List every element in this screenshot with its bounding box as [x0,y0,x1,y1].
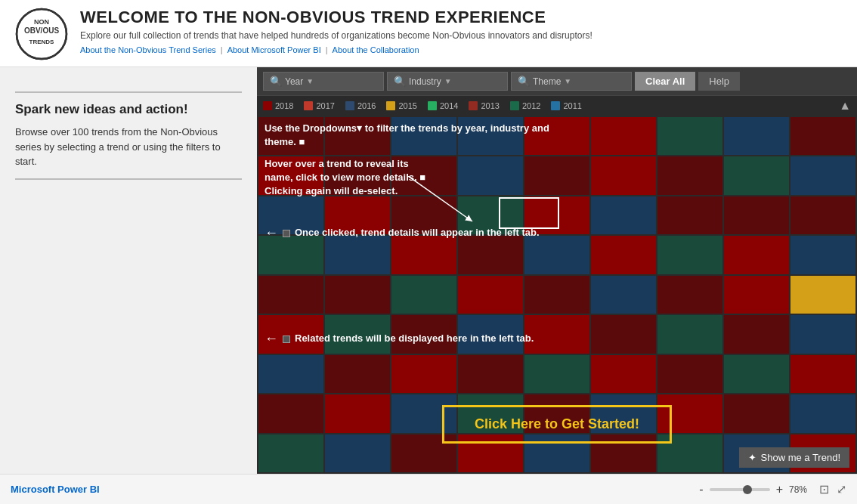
grid-cell-49[interactable] [524,315,589,353]
grid-cell-70[interactable] [724,394,789,432]
year-label-2016: 2016 [357,101,376,110]
grid-cell-72[interactable] [258,434,323,472]
grid-cell-24[interactable] [657,196,722,234]
grid-cell-54[interactable] [258,355,323,393]
grid-cell-73[interactable] [325,434,390,472]
year-dot-2012 [510,101,519,110]
instruction-text-1: Use the Dropdowns▾ to filter the trends … [265,122,582,149]
grid-cell-50[interactable] [591,315,656,353]
grid-cell-26[interactable] [790,196,855,234]
theme-label: Theme [533,76,561,87]
bottom-bar: Microsoft Power BI - + 78% ⊡ ⤢ [0,474,857,504]
grid-cell-31[interactable] [524,236,589,274]
arrow-rect-2 [283,335,290,343]
grid-cell-42[interactable] [657,276,722,314]
grid-cell-5[interactable] [591,117,656,155]
theme-dropdown[interactable]: 🔍 Theme ▼ [511,72,632,91]
year-item-2014: 2014 [428,101,458,110]
fit-to-page-icon[interactable]: ⊡ [819,482,829,496]
theme-arrow-icon: ▼ [564,77,571,85]
zoom-plus-button[interactable]: + [776,483,783,496]
get-started-button[interactable]: Click Here to Get Started! [442,405,672,444]
grid-cell-52[interactable] [724,315,789,353]
grid-cell-34[interactable] [724,236,789,274]
grid-cell-64[interactable] [325,394,390,432]
grid-cell-8[interactable] [790,117,855,155]
svg-text:TRENDS: TRENDS [29,39,55,45]
left-description: Browse over 100 trends from the Non-Obvi… [15,125,242,169]
separator-2: | [326,45,328,54]
link-powerbi[interactable]: About Microsoft Power BI [227,45,321,54]
grid-cell-60[interactable] [657,355,722,393]
grid-cell-33[interactable] [657,236,722,274]
grid-cell-57[interactable] [458,355,523,393]
grid-cell-39[interactable] [458,276,523,314]
year-dropdown[interactable]: 🔍 Year ▼ [263,72,384,91]
year-label-2014: 2014 [440,101,458,110]
grid-cell-32[interactable] [591,236,656,274]
grid-cell-51[interactable] [657,315,722,353]
year-item-2013: 2013 [469,101,499,110]
header: NON OBV/OUS TRENDS WELCOME TO THE NON-OB… [0,0,857,67]
left-divider-bottom [15,178,242,180]
page-title: WELCOME TO THE NON-OBVIOUS TREND EXPERIE… [80,8,592,27]
year-label-2015: 2015 [398,101,416,110]
grid-cell-56[interactable] [391,355,456,393]
grid-cell-14[interactable] [591,156,656,194]
zoom-controls: - + 78% ⊡ ⤢ [699,482,846,496]
grid-cell-17[interactable] [790,156,855,194]
zoom-minus-button[interactable]: - [699,483,703,496]
grid-cell-35[interactable] [790,236,855,274]
grid-cell-41[interactable] [591,276,656,314]
fullscreen-icon[interactable]: ⤢ [837,482,846,496]
grid-cell-7[interactable] [724,117,789,155]
year-label-2013: 2013 [481,101,499,110]
grid-cell-55[interactable] [325,355,390,393]
year-item-2011: 2011 [551,101,581,110]
header-links: About the Non-Obvious Trend Series | Abo… [80,45,592,54]
separator-1: | [221,45,223,54]
grid-cell-44[interactable] [790,276,855,314]
trend-grid[interactable]: Use the Dropdowns▾ to filter the trends … [257,116,857,474]
grid-cell-40[interactable] [524,276,589,314]
year-dot-2017 [304,101,313,110]
grid-cell-61[interactable] [724,355,789,393]
grid-cell-25[interactable] [724,196,789,234]
clear-all-button[interactable]: Clear All [635,72,695,91]
year-search-icon: 🔍 [270,76,282,87]
grid-cell-16[interactable] [724,156,789,194]
industry-dropdown[interactable]: 🔍 Industry ▼ [387,72,508,91]
grid-cell-27[interactable] [258,236,323,274]
left-arrow-icon-1: ← [265,225,278,241]
grid-cell-23[interactable] [591,196,656,234]
year-item-2018: 2018 [263,101,293,110]
year-scroll-right-icon[interactable]: ▲ [839,99,851,113]
grid-cell-6[interactable] [657,117,722,155]
zoom-slider[interactable] [710,488,770,491]
grid-cell-59[interactable] [591,355,656,393]
grid-cell-43[interactable] [724,276,789,314]
grid-cell-28[interactable] [325,236,390,274]
grid-cell-36[interactable] [258,276,323,314]
powerbi-link[interactable]: Microsoft Power BI [11,484,100,495]
grid-cell-53[interactable] [790,315,855,353]
help-button[interactable]: Help [698,72,740,91]
link-trend-series[interactable]: About the Non-Obvious Trend Series [80,45,216,54]
grid-cell-37[interactable] [325,276,390,314]
grid-cell-63[interactable] [258,394,323,432]
show-trend-button[interactable]: ✦ Show me a Trend! [739,447,850,468]
zoom-slider-thumb[interactable] [743,485,752,494]
grid-cell-15[interactable] [657,156,722,194]
svg-line-6 [408,176,472,221]
instruction-text-4: Related trends will be displayed here in… [295,332,534,345]
grid-cell-58[interactable] [524,355,589,393]
grid-cell-38[interactable] [391,276,456,314]
link-collaboration[interactable]: About the Collaboration [333,45,419,54]
grid-cell-13[interactable] [524,156,589,194]
grid-cell-29[interactable] [391,236,456,274]
grid-cell-62[interactable] [790,355,855,393]
year-dot-2014 [428,101,437,110]
year-label-2017: 2017 [316,101,334,110]
grid-cell-71[interactable] [790,394,855,432]
grid-cell-30[interactable] [458,236,523,274]
